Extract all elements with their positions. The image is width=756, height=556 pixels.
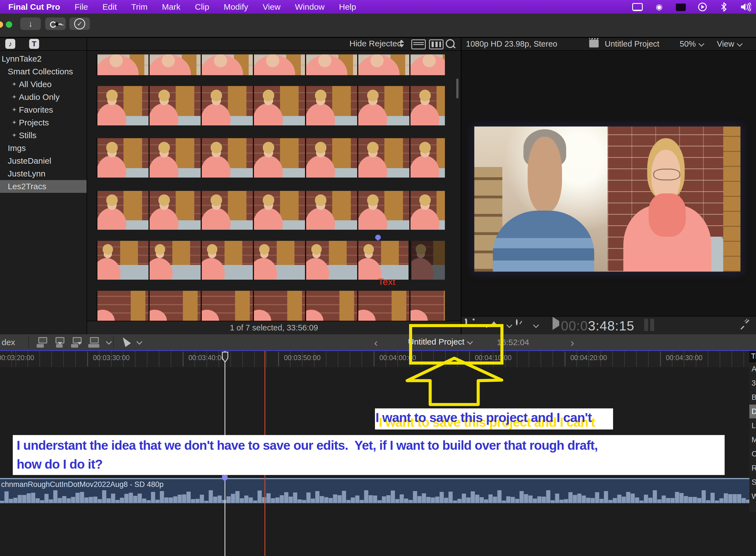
fullscreen-icon[interactable]	[740, 320, 750, 329]
star-icon: ✦	[12, 132, 17, 139]
filmstrip-row[interactable]	[96, 138, 445, 178]
index-panel-item-l[interactable]: L	[749, 419, 756, 433]
overwrite-edit-icon[interactable]	[88, 337, 100, 348]
search-icon[interactable]	[446, 39, 455, 48]
chevron-down-icon[interactable]	[533, 322, 539, 328]
volume-icon[interactable]	[741, 2, 751, 12]
sidebar-item-label: Smart Collections	[8, 67, 73, 76]
connect-edit-icon[interactable]	[36, 337, 48, 348]
sidebar-item-imgs[interactable]: Imgs	[0, 142, 87, 154]
menu-item-mark[interactable]: Mark	[162, 2, 181, 11]
timeline-clip-name: chnmanRoughCutInDotMov2022Aug8 - SD 480p	[1, 480, 164, 489]
sidebar-item-all-video[interactable]: ✦All Video	[0, 78, 87, 91]
keyword-editor-button[interactable]	[45, 18, 66, 30]
filmstrip-row[interactable]	[96, 291, 445, 321]
background-tasks-button[interactable]: ✓	[69, 18, 90, 30]
ruler-major-tick	[565, 352, 565, 366]
zoom-button[interactable]	[6, 21, 12, 28]
index-panel-item-3[interactable]: 3	[749, 376, 756, 390]
browser-scrollbar[interactable]	[456, 78, 458, 99]
titles-generators-icon[interactable]: T	[27, 39, 42, 49]
filter-chevrons-icon	[399, 39, 405, 48]
menu-item-modify[interactable]: Modify	[224, 2, 248, 11]
menu-app-name[interactable]: Final Cut Pro	[8, 2, 60, 12]
audio-meter[interactable]	[650, 319, 654, 331]
viewer-view-dropdown[interactable]: View	[717, 39, 741, 48]
app-toolbar: ↓ ✓	[0, 13, 756, 38]
previous-project-chevron[interactable]: ‹	[374, 337, 378, 349]
index-button[interactable]: dex	[2, 338, 15, 347]
insert-edit-icon[interactable]	[53, 337, 66, 348]
next-project-chevron[interactable]: ›	[571, 337, 574, 349]
browser-status-bar: 1 of 7 selected, 33:56:09	[87, 321, 461, 334]
menu-item-trim[interactable]: Trim	[131, 2, 148, 11]
list-view-icon[interactable]	[411, 39, 426, 49]
display-icon[interactable]	[676, 2, 686, 12]
sidebar-pane-toggles: ♪ T	[0, 37, 87, 51]
retime-icon[interactable]	[516, 320, 518, 325]
ruler-major-tick	[660, 352, 661, 366]
index-panel-item-m[interactable]: M	[749, 433, 756, 447]
chevron-down-icon[interactable]	[106, 339, 112, 345]
clip-marker-icon[interactable]	[375, 235, 381, 241]
filmstrip-row[interactable]	[96, 86, 445, 126]
index-panel-item-o[interactable]: O	[749, 447, 756, 461]
viewer-zoom-dropdown[interactable]: 50%	[680, 39, 703, 48]
sidebar-item-audio-only[interactable]: ✦Audio Only	[0, 91, 87, 103]
menu-item-file[interactable]: File	[75, 2, 88, 11]
index-panel-item-b[interactable]: B	[749, 390, 756, 405]
sidebar-item-smart-collections[interactable]: Smart Collections	[0, 65, 87, 78]
bluetooth-icon[interactable]	[719, 2, 729, 12]
filmstrip-view-icon[interactable]	[429, 39, 444, 49]
index-panel-item-r[interactable]: R	[749, 461, 756, 475]
timeline-pane: dex ‹ Untitled Project 16:52:04 › 00:03:…	[0, 334, 756, 556]
clip-filter-dropdown[interactable]: Hide Rejected	[349, 39, 402, 48]
append-edit-icon[interactable]	[70, 337, 83, 348]
filmstrip-row[interactable]	[96, 241, 445, 280]
viewer-transport-bar: ✦ 00:03:48:15	[461, 316, 756, 334]
macos-menu-bar: Final Cut Pro FileEditTrimMarkClipModify…	[0, 0, 756, 13]
timeline-ruler[interactable]: 00:03:20:0000:03:30:0000:03:40:0000:03:5…	[0, 351, 756, 367]
browser-top-bar: Hide Rejected	[87, 37, 461, 51]
caption-overlay-small: I want to save this project and I can't …	[375, 408, 613, 429]
chevron-down-icon[interactable]	[137, 339, 142, 345]
clapperboard-icon	[589, 40, 598, 47]
star-icon: ✦	[12, 81, 17, 88]
sidebar-item-stills[interactable]: ✦Stills	[0, 129, 87, 142]
chevron-down-icon[interactable]	[507, 322, 512, 328]
menu-item-window[interactable]: Window	[295, 2, 325, 11]
sidebar-item-justelynn[interactable]: JusteLynn	[0, 167, 87, 180]
photos-audio-icon[interactable]: ♪	[3, 39, 18, 49]
viewer-project-name: Untitled Project	[605, 39, 659, 48]
index-panel-item-w[interactable]: W	[749, 489, 756, 503]
import-media-button[interactable]: ↓	[20, 18, 41, 30]
filmstrip-row[interactable]	[96, 191, 445, 230]
screen-mirroring-icon[interactable]	[632, 2, 643, 12]
minimize-button[interactable]	[0, 21, 3, 28]
sidebar-item-label: Projects	[19, 118, 49, 127]
menu-item-help[interactable]: Help	[339, 2, 356, 11]
play-button[interactable]	[553, 321, 559, 326]
sidebar-item-justedaniel[interactable]: JusteDaniel	[0, 154, 87, 167]
index-panel-item-a[interactable]: A	[749, 362, 756, 376]
timeline-clip[interactable]: chnmanRoughCutInDotMov2022Aug8 - SD 480p	[0, 478, 749, 503]
star-icon: ✦	[12, 106, 17, 113]
index-panel-header: Tr	[749, 351, 756, 362]
menu-item-clip[interactable]: Clip	[195, 2, 209, 11]
filmstrip-row[interactable]	[96, 55, 445, 75]
select-tool-icon[interactable]	[120, 336, 131, 347]
sidebar-item-les2tracs[interactable]: Les2Tracs	[0, 180, 87, 193]
sidebar-item-lynntake2[interactable]: LynnTake2	[0, 53, 87, 65]
index-panel-item-d[interactable]: D	[749, 405, 756, 419]
menu-item-edit[interactable]: Edit	[102, 2, 117, 11]
sidebar-item-label: Stills	[19, 131, 36, 140]
audio-meter[interactable]	[644, 319, 648, 331]
timeline-header-bar: dex ‹ Untitled Project 16:52:04 ›	[0, 334, 756, 350]
index-panel-item-s[interactable]: S	[749, 475, 756, 489]
playhead-marker[interactable]	[221, 351, 229, 362]
sidebar-item-favorites[interactable]: ✦Favorites	[0, 103, 87, 116]
sidebar-item-projects[interactable]: ✦Projects	[0, 116, 87, 129]
record-icon[interactable]: ◉	[654, 2, 664, 12]
menu-item-view[interactable]: View	[263, 2, 280, 11]
play-circle-icon[interactable]	[697, 2, 708, 12]
